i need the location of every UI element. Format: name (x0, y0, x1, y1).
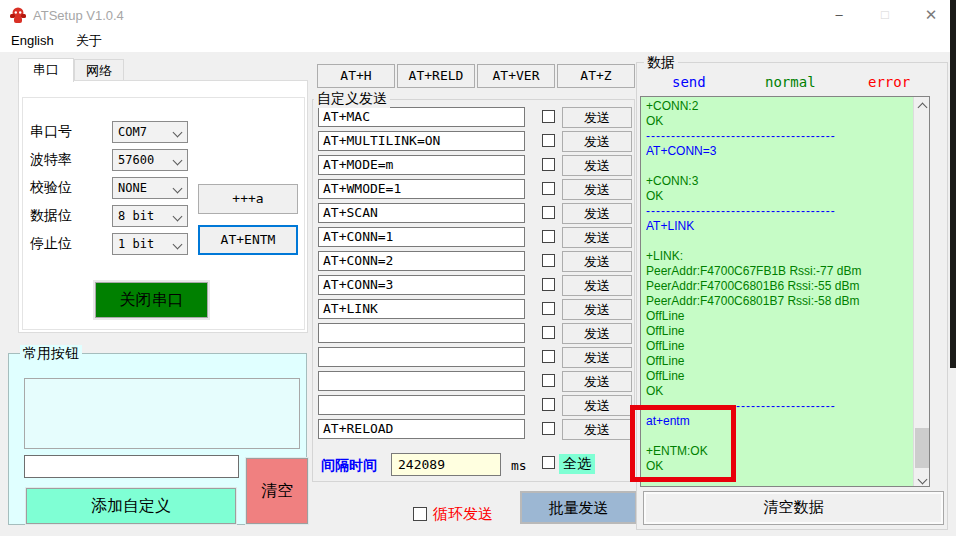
scroll-down-icon[interactable] (914, 469, 930, 486)
log-line: +CONN:3 (646, 174, 911, 189)
send-button[interactable]: 发送 (562, 395, 632, 416)
common-buttons-list[interactable] (24, 378, 300, 449)
command-input[interactable]: AT+MULTILINK=ON (318, 131, 525, 151)
command-checkbox[interactable] (542, 254, 555, 267)
send-button[interactable]: 发送 (562, 107, 632, 128)
add-custom-button[interactable]: 添加自定义 (26, 488, 236, 524)
log-scrollbar[interactable] (913, 97, 929, 486)
send-button[interactable]: 发送 (562, 299, 632, 320)
command-checkbox[interactable] (542, 134, 555, 147)
interval-label: 间隔时间 (321, 457, 377, 475)
quick-command-button-ath[interactable]: AT+H (317, 64, 395, 88)
clear-button[interactable]: 清空 (246, 458, 308, 524)
command-checkbox[interactable] (542, 374, 555, 387)
tab-network[interactable]: 网络 (74, 59, 124, 81)
scrollbar-thumb[interactable] (915, 428, 929, 468)
send-button[interactable]: 发送 (562, 131, 632, 152)
loop-send-checkbox[interactable] (413, 507, 427, 521)
close-button[interactable]: ✕ (908, 0, 954, 30)
field-label-1: 波特率 (30, 151, 72, 169)
quick-command-button-atreld[interactable]: AT+RELD (397, 64, 475, 88)
quick-command-button-atver[interactable]: AT+VER (477, 64, 555, 88)
field-select-3[interactable]: 8 bit (112, 205, 188, 227)
log-line: -------------------------------------- (646, 129, 911, 144)
command-input[interactable]: AT+LINK (318, 299, 525, 319)
quick-command-button-atz[interactable]: AT+Z (557, 64, 635, 88)
scroll-up-icon[interactable] (914, 97, 930, 114)
command-checkbox[interactable] (542, 110, 555, 123)
chevron-down-icon (173, 128, 183, 138)
custom-send-group: AT+MAC发送AT+MULTILINK=ON发送AT+MODE=m发送AT+W… (312, 99, 635, 482)
log-line: OffLine (646, 339, 911, 354)
send-button[interactable]: 发送 (562, 251, 632, 272)
send-button[interactable]: 发送 (562, 203, 632, 224)
chevron-down-icon (173, 240, 183, 250)
command-row: AT+CONN=3发送 (313, 275, 634, 297)
command-checkbox[interactable] (542, 230, 555, 243)
send-button[interactable]: 发送 (562, 323, 632, 344)
command-row: AT+LINK发送 (313, 299, 634, 321)
legend-send: send (672, 74, 706, 90)
command-row: 发送 (313, 395, 634, 417)
field-select-2[interactable]: NONE (112, 177, 188, 199)
log-line: -------------------------------------- (646, 204, 911, 219)
command-checkbox[interactable] (542, 350, 555, 363)
send-button[interactable]: 发送 (562, 155, 632, 176)
send-button[interactable]: 发送 (562, 347, 632, 368)
log-line: OffLine (646, 354, 911, 369)
command-input[interactable] (318, 323, 525, 343)
command-checkbox[interactable] (542, 422, 555, 435)
send-button[interactable]: 发送 (562, 275, 632, 296)
send-button[interactable]: 发送 (562, 179, 632, 200)
send-button[interactable]: 发送 (562, 371, 632, 392)
loop-send-label: 循环发送 (433, 505, 493, 524)
field-select-4[interactable]: 1 bit (112, 233, 188, 255)
minimize-button[interactable]: – (816, 0, 862, 30)
send-button[interactable]: 发送 (562, 227, 632, 248)
interval-input[interactable]: 242089 (391, 453, 501, 476)
command-input[interactable]: AT+CONN=1 (318, 227, 525, 247)
log-line: PeerAddr:F4700C6801B6 Rssi:-55 dBm (646, 279, 911, 294)
command-checkbox[interactable] (542, 278, 555, 291)
command-checkbox[interactable] (542, 182, 555, 195)
field-select-0[interactable]: COM7 (112, 121, 188, 143)
command-input[interactable]: AT+CONN=2 (318, 251, 525, 271)
maximize-button[interactable]: □ (862, 0, 908, 30)
command-row: AT+WMODE=1发送 (313, 179, 634, 201)
command-input[interactable]: AT+RELOAD (318, 419, 525, 439)
batch-send-button[interactable]: 批量发送 (520, 491, 637, 524)
send-button[interactable]: 发送 (562, 419, 632, 440)
command-input[interactable] (318, 347, 525, 367)
command-input[interactable]: AT+MODE=m (318, 155, 525, 175)
command-row: AT+MAC发送 (313, 107, 634, 129)
log-line: AT+CONN=3 (646, 144, 911, 159)
command-input[interactable] (318, 371, 525, 391)
command-checkbox[interactable] (542, 302, 555, 315)
command-row: 发送 (313, 323, 634, 345)
command-checkbox[interactable] (542, 398, 555, 411)
tab-serial[interactable]: 串口 (18, 58, 74, 82)
clear-data-button[interactable]: 清空数据 (643, 491, 944, 525)
legend-normal: normal (765, 74, 816, 90)
select-all-checkbox[interactable] (542, 456, 555, 469)
menu-item-about[interactable]: 关于 (65, 30, 113, 52)
field-select-1[interactable]: 57600 (112, 149, 188, 171)
close-serial-button[interactable]: 关闭串口 (95, 282, 208, 318)
chevron-down-icon (173, 156, 183, 166)
red-annotation-rectangle (630, 405, 736, 482)
command-input[interactable]: AT+WMODE=1 (318, 179, 525, 199)
custom-command-input[interactable] (24, 455, 239, 478)
at-entm-button[interactable]: AT+ENTM (198, 225, 298, 255)
command-input[interactable]: AT+SCAN (318, 203, 525, 223)
menu-item-english[interactable]: English (0, 30, 65, 52)
field-label-4: 停止位 (30, 235, 72, 253)
command-input[interactable] (318, 395, 525, 415)
plus-a-button[interactable]: +++a (198, 184, 298, 214)
command-row: AT+SCAN发送 (313, 203, 634, 225)
command-checkbox[interactable] (542, 206, 555, 219)
command-checkbox[interactable] (542, 158, 555, 171)
command-input[interactable]: AT+CONN=3 (318, 275, 525, 295)
command-input[interactable]: AT+MAC (318, 107, 525, 127)
data-panel-title: 数据 (644, 54, 678, 72)
command-checkbox[interactable] (542, 326, 555, 339)
